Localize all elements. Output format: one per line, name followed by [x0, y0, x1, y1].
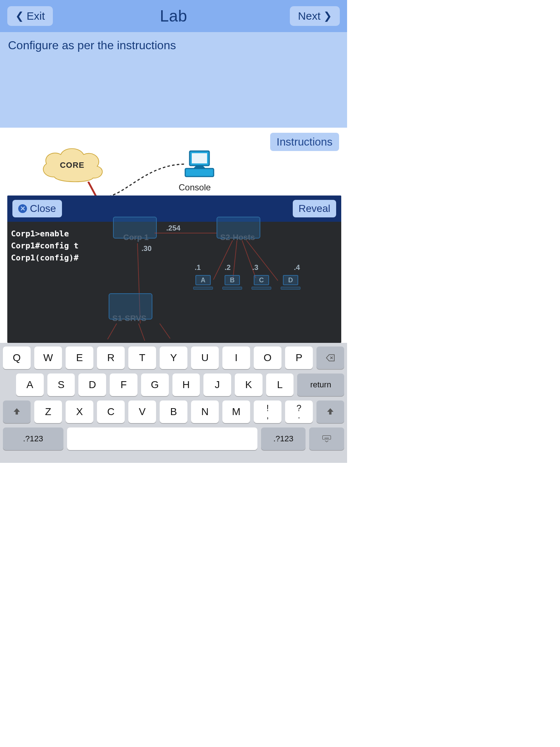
key-exclaim-comma[interactable]: !, [254, 400, 281, 423]
key-m[interactable]: M [222, 400, 250, 423]
exit-label: Exit [27, 10, 45, 22]
top-navbar: ❮ Exit Lab Next ❯ [0, 0, 347, 32]
next-label: Next [298, 10, 320, 22]
svg-rect-2 [192, 153, 207, 163]
key-h[interactable]: H [172, 374, 200, 396]
key-space[interactable] [67, 427, 258, 450]
key-u[interactable]: U [191, 347, 219, 369]
keyboard-row: Q W E R T Y U I O P [3, 347, 344, 369]
key-c[interactable]: C [97, 400, 125, 423]
onscreen-keyboard: Q W E R T Y U I O P A S D F G H J K L re… [0, 343, 347, 463]
key-question-period[interactable]: ?. [285, 400, 313, 423]
switch-icon [217, 217, 260, 239]
key-q[interactable]: Q [3, 347, 31, 369]
key-a[interactable]: A [16, 374, 44, 396]
keyboard-row: A S D F G H J K L return [3, 374, 344, 396]
key-n[interactable]: N [191, 400, 219, 423]
console-cable [102, 162, 197, 199]
host-icon: C [254, 275, 269, 285]
key-r[interactable]: R [97, 347, 125, 369]
next-button[interactable]: Next ❯ [290, 6, 340, 26]
key-x[interactable]: X [66, 400, 93, 423]
console-pc-icon [183, 150, 216, 182]
hide-keyboard-icon [322, 434, 331, 444]
router-icon [113, 217, 157, 239]
key-d[interactable]: D [78, 374, 106, 396]
console-line: Corp1#config t [11, 240, 338, 252]
diagram-area: Instructions CORE Console [0, 128, 347, 343]
key-v[interactable]: V [128, 400, 156, 423]
key-e[interactable]: E [66, 347, 93, 369]
key-mode-switch[interactable]: .?123 [3, 427, 63, 450]
close-icon: ✕ [18, 204, 27, 213]
chevron-right-icon: ❯ [323, 11, 332, 21]
backspace-icon [326, 353, 335, 363]
console-label: Console [179, 182, 211, 193]
host-icon: A [195, 275, 211, 285]
host-icon: B [225, 275, 240, 285]
key-j[interactable]: J [203, 374, 231, 396]
key-z[interactable]: Z [34, 400, 62, 423]
console-line: Corp1(config)# [11, 252, 338, 264]
key-s[interactable]: S [47, 374, 75, 396]
key-return[interactable]: return [297, 374, 344, 396]
key-shift[interactable] [3, 400, 31, 423]
reveal-button[interactable]: Reveal [293, 200, 336, 217]
core-cloud: CORE [36, 143, 108, 186]
console-panel: ✕ Close Reveal Corp1>enable Corp1#config… [7, 196, 341, 343]
exit-button[interactable]: ❮ Exit [7, 6, 53, 26]
key-y[interactable]: Y [160, 347, 187, 369]
host-icon: D [283, 275, 298, 285]
key-dismiss-keyboard[interactable] [309, 427, 344, 450]
shift-icon [12, 407, 22, 417]
key-backspace[interactable] [316, 347, 344, 369]
key-t[interactable]: T [128, 347, 156, 369]
key-l[interactable]: L [266, 374, 294, 396]
key-f[interactable]: F [110, 374, 137, 396]
ip-label: .1 [195, 263, 201, 272]
instruction-strip: Configure as per the instructions [0, 32, 347, 128]
key-k[interactable]: K [235, 374, 262, 396]
switch-icon [109, 293, 152, 320]
svg-rect-3 [185, 169, 214, 177]
chevron-left-icon: ❮ [15, 11, 24, 21]
key-g[interactable]: G [141, 374, 169, 396]
key-shift[interactable] [316, 400, 344, 423]
key-w[interactable]: W [34, 347, 62, 369]
keyboard-row: .?123 .?123 [3, 427, 344, 450]
instructions-button[interactable]: Instructions [270, 133, 339, 151]
shift-icon [326, 407, 335, 417]
key-mode-switch[interactable]: .?123 [261, 427, 306, 450]
console-header: ✕ Close Reveal [7, 196, 341, 222]
ip-label: .2 [225, 263, 231, 272]
ip-label: .4 [294, 263, 300, 272]
key-i[interactable]: I [222, 347, 250, 369]
instruction-text: Configure as per the instructions [8, 39, 176, 52]
key-p[interactable]: P [285, 347, 313, 369]
console-line: Corp1>enable [11, 228, 338, 240]
console-body[interactable]: Corp1>enable Corp1#config t Corp1(config… [7, 222, 341, 343]
keyboard-row: Z X C V B N M !, ?. [3, 400, 344, 423]
close-button[interactable]: ✕ Close [12, 200, 62, 217]
svg-rect-4 [323, 436, 331, 439]
key-b[interactable]: B [160, 400, 187, 423]
key-o[interactable]: O [254, 347, 281, 369]
core-label: CORE [36, 160, 108, 170]
